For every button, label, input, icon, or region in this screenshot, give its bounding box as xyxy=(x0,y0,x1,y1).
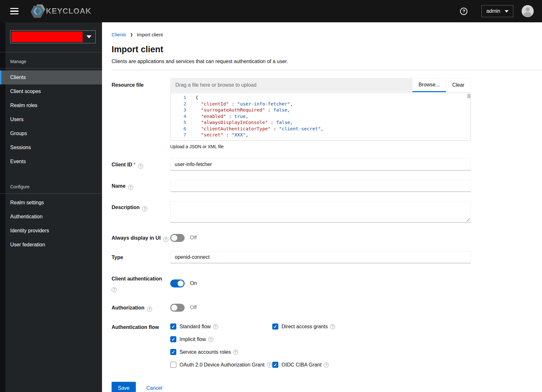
sidebar-item[interactable]: Authentication xyxy=(0,210,102,224)
client-auth-toggle[interactable] xyxy=(170,279,185,287)
sidebar-item[interactable]: Identity providers xyxy=(0,224,102,238)
editor-vertical-scrollbar[interactable] xyxy=(466,93,471,137)
help-icon[interactable] xyxy=(128,185,133,190)
name-label: Name xyxy=(112,180,170,192)
sidebar-item[interactable]: Realm roles xyxy=(0,98,102,113)
hamburger-menu-icon[interactable] xyxy=(10,8,18,15)
sidebar-item[interactable] xyxy=(0,169,102,178)
user-menu-dropdown[interactable]: admin xyxy=(481,5,513,17)
chevron-down-icon xyxy=(83,35,95,38)
help-icon[interactable] xyxy=(213,324,218,329)
client-auth-label: Client authentication xyxy=(112,272,170,292)
editor-horizontal-scrollbar[interactable] xyxy=(171,137,466,140)
help-icon[interactable] xyxy=(112,287,117,292)
toggle-state-text: Off xyxy=(190,235,197,241)
sidebar-item[interactable]: Client scopes xyxy=(0,84,102,98)
sidebar-item-label: Identity providers xyxy=(10,228,49,234)
help-icon[interactable] xyxy=(147,307,152,312)
sidebar-item[interactable]: User federation xyxy=(0,238,102,252)
checkbox-label: Direct access grants xyxy=(282,324,328,330)
page-subtitle: Clients are applications and services th… xyxy=(112,59,542,64)
save-button[interactable]: Save xyxy=(112,382,136,392)
sidebar-item[interactable]: Clients xyxy=(0,70,102,84)
help-icon[interactable] xyxy=(460,8,467,15)
description-textarea[interactable] xyxy=(170,201,471,222)
checkbox[interactable] xyxy=(170,362,176,368)
sidebar-item-label: Authentication xyxy=(10,214,42,220)
type-input[interactable] xyxy=(170,251,471,263)
chevron-down-icon xyxy=(505,10,509,12)
sidebar-item-label: Realm settings xyxy=(10,200,44,206)
toggle-state-text: On xyxy=(190,280,197,286)
type-row: Type xyxy=(112,251,542,263)
resource-file-row: Resource file Browse... Clear 1{2 "clien… xyxy=(112,78,542,149)
breadcrumb: Clients Import client xyxy=(112,32,542,37)
sidebar-item[interactable]: Sessions xyxy=(0,141,102,155)
help-icon[interactable] xyxy=(208,337,213,342)
sidebar-item[interactable]: Groups xyxy=(0,127,102,141)
sidebar-item-label: Client scopes xyxy=(10,89,41,94)
description-label: Description xyxy=(112,201,170,222)
sidebar-item[interactable]: Realm settings xyxy=(0,196,102,210)
always-display-row: Always display in UI Off xyxy=(112,232,542,242)
checkbox[interactable] xyxy=(170,336,176,342)
always-display-toggle[interactable] xyxy=(170,234,185,242)
avatar[interactable] xyxy=(522,5,534,17)
sidebar-item[interactable]: Configure xyxy=(0,178,102,194)
import-client-form: Resource file Browse... Clear 1{2 "clien… xyxy=(112,78,542,392)
clear-button[interactable]: Clear xyxy=(446,78,471,92)
cancel-link[interactable]: Cancel xyxy=(146,385,162,391)
sidebar-item-label: Realm roles xyxy=(10,103,37,108)
name-row: Name xyxy=(112,180,542,192)
client-id-input[interactable] xyxy=(170,158,471,171)
auth-flow-row: Authentication flow Standard flow Direc xyxy=(112,321,542,368)
realm-selector[interactable] xyxy=(10,30,96,43)
browse-button[interactable]: Browse... xyxy=(412,78,446,92)
help-icon[interactable] xyxy=(138,163,143,169)
help-icon[interactable] xyxy=(142,206,147,211)
client-id-label: Client ID* xyxy=(112,158,170,171)
sidebar-item[interactable]: Manage xyxy=(0,52,102,69)
help-icon[interactable] xyxy=(163,237,168,242)
checkbox[interactable] xyxy=(170,349,176,355)
sidebar-item-label: Events xyxy=(10,159,26,164)
authorization-toggle[interactable] xyxy=(170,304,185,312)
auth-flow-label: Authentication flow xyxy=(112,321,170,368)
checkbox[interactable] xyxy=(170,323,176,330)
checkbox[interactable] xyxy=(272,323,278,330)
type-label: Type xyxy=(112,251,170,263)
content-divider xyxy=(112,70,542,70)
sidebar-item-label: Configure xyxy=(10,184,30,189)
sidebar-item[interactable]: Users xyxy=(0,113,102,127)
client-auth-row: Client authentication On xyxy=(112,272,542,292)
checkbox[interactable] xyxy=(272,362,278,368)
sidebar-item-label: Groups xyxy=(10,131,27,136)
top-bar: ❮❯ KEYCLOAK admin xyxy=(0,0,542,22)
sidebar-item-label: Sessions xyxy=(10,145,31,150)
checkbox-item[interactable]: OAuth 2.0 Device Authorization Grant xyxy=(170,362,272,368)
checkbox-label: Service accounts roles xyxy=(179,349,231,355)
always-display-label: Always display in UI xyxy=(112,232,170,242)
form-actions: Save Cancel xyxy=(112,382,542,392)
sidebar-item[interactable]: Events xyxy=(0,155,102,169)
checkbox-item[interactable]: OIDC CIBA Grant xyxy=(272,362,471,368)
file-upload-input[interactable] xyxy=(170,78,412,92)
checkbox-item[interactable]: Implicit flow xyxy=(170,336,272,342)
name-input[interactable] xyxy=(170,180,471,192)
help-icon[interactable] xyxy=(324,362,329,367)
user-menu-label: admin xyxy=(486,8,500,14)
checkbox-label: Implicit flow xyxy=(179,337,206,342)
checkbox-item[interactable]: Direct access grants xyxy=(272,323,471,330)
authorization-row: Authorization Off xyxy=(112,301,542,312)
checkbox-item[interactable]: Service accounts roles xyxy=(170,349,272,355)
keycloak-logo-icon: ❮❯ xyxy=(31,4,45,18)
upload-helper-text: Upload a JSON or XML file xyxy=(170,144,471,149)
breadcrumb-clients-link[interactable]: Clients xyxy=(112,32,126,37)
help-icon[interactable] xyxy=(330,324,335,329)
sidebar-nav: Manage Clients Client scopes Realm roles… xyxy=(0,52,102,252)
json-code-editor[interactable]: 1{2 "clientId" : "user-info-fetcher",3 "… xyxy=(170,93,471,141)
code-lines: 1{2 "clientId" : "user-info-fetcher",3 "… xyxy=(171,95,471,138)
help-icon[interactable] xyxy=(233,350,238,355)
help-icon[interactable] xyxy=(267,362,272,367)
checkbox-item[interactable]: Standard flow xyxy=(170,323,272,330)
